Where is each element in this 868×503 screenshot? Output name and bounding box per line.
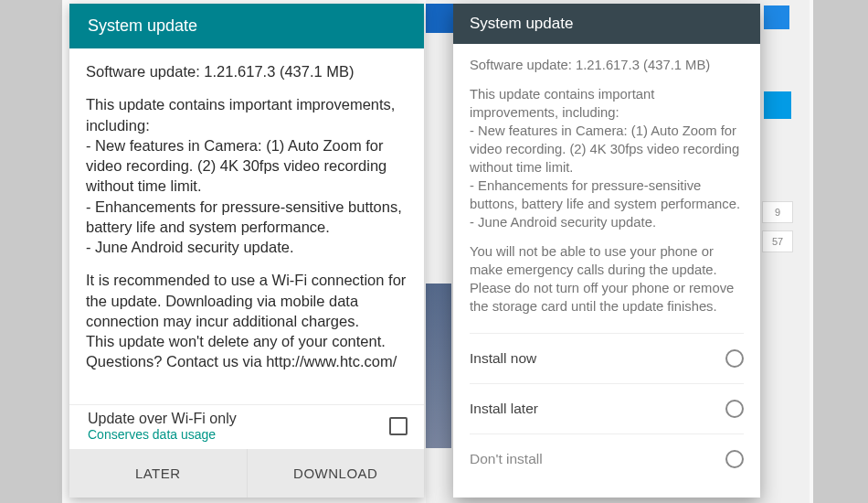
- changelog-text: This update contains important improveme…: [470, 86, 744, 232]
- radio-icon[interactable]: [725, 450, 744, 468]
- option-install-later[interactable]: Install later: [470, 383, 744, 433]
- option-label: Install later: [470, 401, 725, 417]
- wifi-only-subtitle: Conserves data usage: [88, 427, 389, 442]
- bg-left-strip: [0, 0, 62, 503]
- download-button[interactable]: DOWNLOAD: [248, 449, 425, 498]
- radio-icon[interactable]: [725, 349, 744, 368]
- bg-photo-peek: [426, 284, 451, 448]
- system-update-dialog-htc: System update Software update: 1.21.617.…: [69, 4, 424, 498]
- dialog-footer: LATER DOWNLOAD: [69, 449, 424, 498]
- install-options: Install now Install later Don't install: [453, 333, 760, 484]
- option-label: Don't install: [470, 451, 725, 467]
- wifi-only-title: Update over Wi-Fi only: [88, 411, 389, 427]
- bg-badge-2: 57: [762, 230, 793, 252]
- changelog-text: This update contains important improveme…: [86, 94, 408, 257]
- software-version-line: Software update: 1.21.617.3 (437.1 MB): [470, 57, 744, 75]
- later-button[interactable]: LATER: [69, 449, 248, 498]
- option-dont-install[interactable]: Don't install: [470, 433, 744, 484]
- dialog-body: Software update: 1.21.617.3 (437.1 MB) T…: [69, 48, 424, 404]
- dialog-body: Software update: 1.21.617.3 (437.1 MB) T…: [453, 44, 760, 333]
- radio-icon[interactable]: [725, 400, 744, 418]
- option-install-now[interactable]: Install now: [470, 333, 744, 383]
- software-version-line: Software update: 1.21.617.3 (437.1 MB): [86, 61, 408, 81]
- bg-badge-1: 9: [762, 201, 793, 223]
- dialog-title: System update: [69, 4, 424, 48]
- system-update-dialog-install: System update Software update: 1.21.617.…: [453, 4, 760, 498]
- warning-text: You will not be able to use your phone o…: [470, 243, 744, 316]
- option-label: Install now: [470, 350, 725, 367]
- wifi-only-checkbox[interactable]: [389, 417, 408, 435]
- bg-right-strip: [813, 0, 868, 503]
- bg-blue-header-peek: [426, 4, 453, 33]
- bg-button-peek: [764, 5, 789, 29]
- bg-social-icon-peek: [764, 91, 791, 119]
- recommendation-text: It is recommended to use a Wi-Fi connect…: [86, 270, 408, 371]
- dialog-title: System update: [453, 4, 760, 44]
- wifi-only-row[interactable]: Update over Wi-Fi only Conserves data us…: [69, 404, 424, 449]
